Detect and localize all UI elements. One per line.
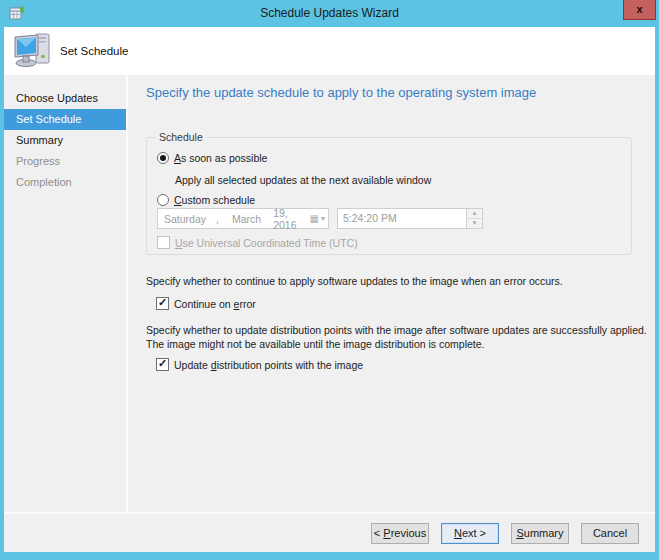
time-picker: 5:24:20 PM ▲ ▼ <box>337 208 483 229</box>
date-month: March <box>232 213 261 225</box>
wizard-steps-sidebar: Choose Updates Set Schedule Summary Prog… <box>4 75 128 512</box>
continue-on-error-row[interactable]: ✓ Continue on error <box>156 297 256 310</box>
wizard-body: Choose Updates Set Schedule Summary Prog… <box>4 75 655 552</box>
titlebar[interactable]: Schedule Updates Wizard x <box>0 0 659 27</box>
continue-on-error-label[interactable]: Continue on error <box>174 298 256 310</box>
check-icon: ✓ <box>158 296 167 309</box>
close-button[interactable]: x <box>623 0 656 20</box>
summary-button[interactable]: Summary <box>511 523 569 544</box>
spin-down-icon: ▼ <box>467 219 482 228</box>
distribution-description: Specify whether to update distribution p… <box>146 323 647 351</box>
date-weekday: Saturday <box>164 213 206 225</box>
utc-checkbox-row: Use Universal Coordinated Time (UTC) <box>157 236 358 249</box>
date-picker: Saturday , March 19, 2016 ▦ ▾ <box>157 208 329 229</box>
time-spinner: ▲ ▼ <box>467 208 483 229</box>
main-panel: Specify the update schedule to apply to … <box>128 75 655 512</box>
dropdown-arrow-icon: ▾ <box>321 214 325 223</box>
custom-schedule-radio-label[interactable]: Custom schedule <box>174 194 255 206</box>
cancel-button[interactable]: Cancel <box>581 523 639 544</box>
asap-radio-circle[interactable] <box>157 152 169 164</box>
continue-on-error-checkbox[interactable]: ✓ <box>156 297 169 310</box>
wizard-header: Set Schedule <box>4 27 655 75</box>
asap-radio[interactable]: As soon as possible <box>157 152 267 164</box>
sidebar-item-progress: Progress <box>4 151 126 172</box>
time-input: 5:24:20 PM <box>337 208 467 229</box>
computer-icon <box>12 30 54 72</box>
utc-checkbox-label: Use Universal Coordinated Time (UTC) <box>175 237 358 249</box>
sidebar-item-completion: Completion <box>4 172 126 193</box>
sidebar-item-summary[interactable]: Summary <box>4 130 126 151</box>
schedule-updates-wizard-window: Schedule Updates Wizard x Set Schedule C… <box>0 0 659 560</box>
spin-up-icon: ▲ <box>467 209 482 219</box>
check-icon: ✓ <box>158 357 167 370</box>
update-distribution-row[interactable]: ✓ Update distribution points with the im… <box>156 358 363 371</box>
date-day-year: 19, 2016 <box>273 207 309 231</box>
datetime-row: Saturday , March 19, 2016 ▦ ▾ 5:24:20 PM <box>157 208 483 229</box>
asap-radio-label[interactable]: As soon as possible <box>174 152 267 164</box>
page-heading: Specify the update schedule to apply to … <box>146 85 536 100</box>
sidebar-item-set-schedule[interactable]: Set Schedule <box>4 109 126 130</box>
previous-button[interactable]: < Previous <box>371 523 429 544</box>
date-comma: , <box>216 213 219 225</box>
schedule-groupbox-label: Schedule <box>155 131 207 143</box>
update-distribution-label[interactable]: Update distribution points with the imag… <box>174 359 363 371</box>
sidebar-item-choose-updates[interactable]: Choose Updates <box>4 88 126 109</box>
update-distribution-checkbox[interactable]: ✓ <box>156 358 169 371</box>
content-row: Choose Updates Set Schedule Summary Prog… <box>4 75 655 512</box>
schedule-groupbox: Schedule As soon as possible Apply all s… <box>146 137 632 255</box>
window-title: Schedule Updates Wizard <box>0 0 659 27</box>
wizard-page-title: Set Schedule <box>60 45 128 57</box>
footer-button-bar: < Previous Next > Summary Cancel <box>4 512 655 552</box>
custom-schedule-radio[interactable]: Custom schedule <box>157 194 255 206</box>
asap-description: Apply all selected updates at the next a… <box>175 174 431 186</box>
custom-schedule-radio-circle[interactable] <box>157 194 169 206</box>
calendar-icon: ▦ <box>310 214 319 224</box>
error-description: Specify whether to continue to apply sof… <box>146 274 647 288</box>
calendar-dropdown-button: ▦ ▾ <box>310 214 328 224</box>
utc-checkbox <box>157 236 170 249</box>
next-button[interactable]: Next > <box>441 523 499 544</box>
